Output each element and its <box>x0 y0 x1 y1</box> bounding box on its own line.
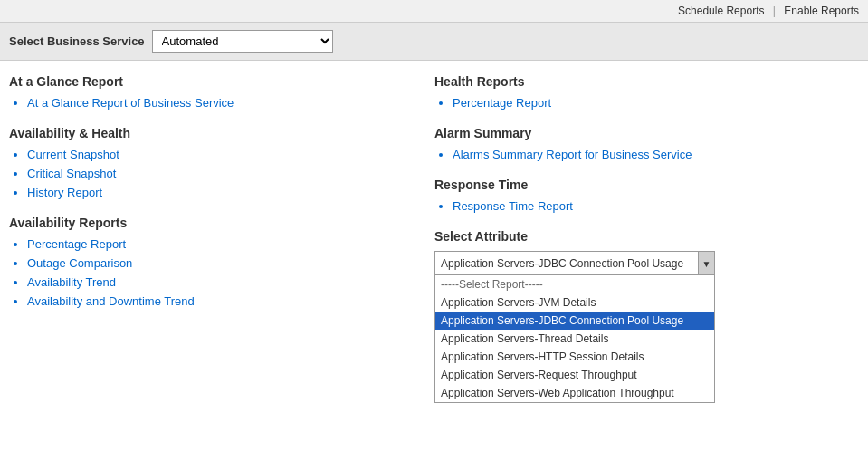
alarm-summary-title: Alarm Summary <box>434 126 859 140</box>
dropdown-item[interactable]: Application Servers-HTTP Session Details <box>435 348 714 366</box>
nav-separator: | <box>773 5 776 17</box>
list-item[interactable]: Critical Snapshot <box>27 167 398 180</box>
health-reports-title: Health Reports <box>434 74 859 89</box>
availability-health-title: Availability & Health <box>9 126 398 140</box>
select-attribute-title: Select Attribute <box>434 229 859 244</box>
list-item[interactable]: Availability Trend <box>27 275 398 289</box>
select-attribute-dropdown-wrapper: Application Servers-JDBC Connection Pool… <box>434 251 715 276</box>
availability-reports-list: Percentage Report Outage Comparison Avai… <box>9 237 398 308</box>
response-time-title: Response Time <box>434 178 859 192</box>
dropdown-selected-text: Application Servers-JDBC Connection Pool… <box>435 254 698 274</box>
right-column: Health Reports Percentage Report Alarm S… <box>416 74 859 313</box>
enable-reports-link[interactable]: Enable Reports <box>784 5 859 17</box>
list-item[interactable]: Outage Comparison <box>27 256 398 270</box>
header-bar: Select Business Service Automated <box>0 23 868 61</box>
select-attribute-dropdown[interactable]: Application Servers-JDBC Connection Pool… <box>434 251 715 276</box>
schedule-reports-link[interactable]: Schedule Reports <box>678 5 764 17</box>
dropdown-arrow-icon[interactable]: ▼ <box>698 252 714 275</box>
health-reports-list: Percentage Report <box>434 96 859 110</box>
dropdown-item[interactable]: Application Servers-JDBC Connection Pool… <box>435 312 714 330</box>
at-a-glance-list: At a Glance Report of Business Service <box>9 96 398 110</box>
left-column: At a Glance Report At a Glance Report of… <box>9 74 416 313</box>
business-service-select[interactable]: Automated <box>152 30 333 53</box>
dropdown-list-inner[interactable]: -----Select Report-----Application Serve… <box>435 275 714 402</box>
dropdown-list: -----Select Report-----Application Serve… <box>434 274 715 403</box>
list-item[interactable]: Current Snapshot <box>27 148 398 161</box>
list-item[interactable]: Percentage Report <box>453 96 859 110</box>
list-item[interactable]: Availability and Downtime Trend <box>27 294 398 308</box>
dropdown-item[interactable]: Application Servers-Web Application Thro… <box>435 384 714 402</box>
list-item[interactable]: Response Time Report <box>453 199 859 213</box>
dropdown-item[interactable]: -----Select Report----- <box>435 275 714 293</box>
availability-health-list: Current Snapshot Critical Snapshot Histo… <box>9 148 398 199</box>
alarm-summary-list: Alarms Summary Report for Business Servi… <box>434 148 859 161</box>
top-nav: Schedule Reports | Enable Reports <box>0 0 868 23</box>
dropdown-item[interactable]: Application Servers-Request Throughput <box>435 366 714 384</box>
list-item[interactable]: At a Glance Report of Business Service <box>27 96 398 110</box>
dropdown-item[interactable]: Application Servers-JVM Details <box>435 293 714 312</box>
main-content: At a Glance Report At a Glance Report of… <box>0 61 868 327</box>
select-business-service-label: Select Business Service <box>9 34 145 48</box>
list-item[interactable]: History Report <box>27 186 398 199</box>
availability-reports-title: Availability Reports <box>9 216 398 230</box>
dropdown-item[interactable]: Application Servers-Thread Details <box>435 330 714 348</box>
list-item[interactable]: Percentage Report <box>27 237 398 251</box>
at-a-glance-title: At a Glance Report <box>9 74 398 89</box>
response-time-list: Response Time Report <box>434 199 859 213</box>
list-item[interactable]: Alarms Summary Report for Business Servi… <box>453 148 859 161</box>
